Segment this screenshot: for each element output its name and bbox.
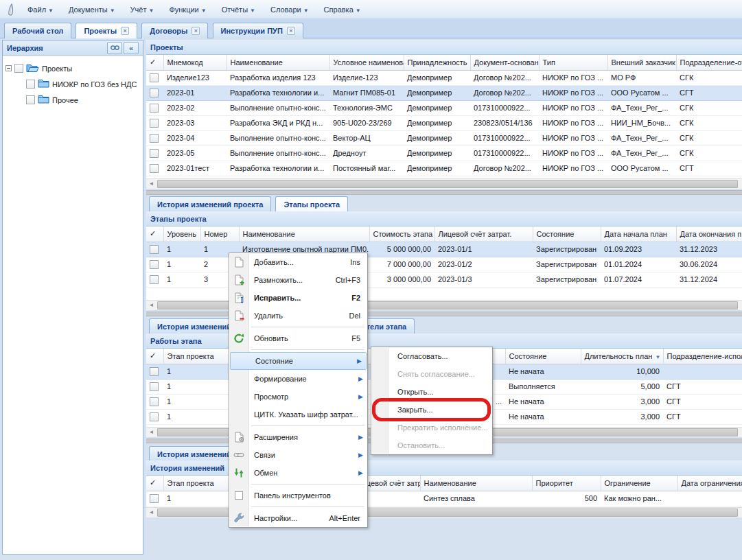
column-header[interactable]: Состояние <box>505 349 581 364</box>
tab-project-history[interactable]: История изменений проекта <box>149 196 271 211</box>
row-checkbox[interactable] <box>150 275 159 284</box>
column-header[interactable]: Подразделение-исполн <box>663 349 742 364</box>
tree-item-niokr[interactable]: НИОКР по ГОЗ без НДС <box>26 76 140 92</box>
column-header[interactable]: Мнемокод <box>163 55 227 70</box>
row-checkbox[interactable] <box>150 260 159 269</box>
collapse-panel-icon[interactable]: « <box>124 42 139 54</box>
splitter[interactable] <box>146 190 742 195</box>
menu-file[interactable]: Файл▼ <box>21 3 60 16</box>
row-checkbox[interactable] <box>150 104 159 113</box>
select-all-header[interactable]: ✓ <box>146 476 163 491</box>
row-checkbox[interactable] <box>150 367 159 376</box>
menu-item[interactable]: Просмотр▶ <box>229 388 367 406</box>
menu-item[interactable]: ЦИТК. Указать шифр затрат... <box>229 406 367 423</box>
column-header[interactable]: Дата начала план <box>601 226 676 242</box>
row-checkbox[interactable] <box>150 382 159 391</box>
column-header[interactable]: Дата ограничения <box>677 476 742 491</box>
menu-item[interactable]: Состояние▶ <box>230 352 367 370</box>
column-header[interactable]: Стоимость этапа <box>369 226 434 242</box>
tree-checkbox[interactable] <box>14 64 23 73</box>
menu-functions[interactable]: Функции▼ <box>162 3 213 16</box>
column-header[interactable]: Этап проекта <box>163 349 233 364</box>
menu-item[interactable]: Закрыть... <box>371 401 492 419</box>
table-row[interactable]: 2023-01Разработка технологии и...Магнит … <box>146 85 742 100</box>
column-header[interactable]: Длительность план▼ <box>581 349 663 364</box>
row-checkbox[interactable] <box>150 245 159 254</box>
tab-instructions[interactable]: Инструкции ПУП× <box>213 23 303 38</box>
close-tab-icon[interactable]: × <box>287 27 295 35</box>
menu-documents[interactable]: Документы▼ <box>62 3 122 16</box>
row-checkbox[interactable] <box>150 149 159 158</box>
row-checkbox[interactable] <box>150 89 159 97</box>
row-checkbox[interactable] <box>150 164 159 173</box>
row-checkbox[interactable] <box>150 412 159 421</box>
column-header[interactable]: Наименование <box>227 55 329 70</box>
close-tab-icon[interactable]: × <box>121 27 129 35</box>
menu-item[interactable]: Исправить...F2 <box>229 289 367 307</box>
table-row[interactable]: 2023-05Выполнение опытно-конс...Дредноут… <box>146 145 742 161</box>
row-checkbox[interactable] <box>150 397 159 406</box>
tab-project-stages[interactable]: Этапы проекта <box>275 196 348 211</box>
menu-item[interactable]: УдалитьDel <box>229 307 367 325</box>
table-row[interactable]: Изделие123Разработка изделия 123Изделие-… <box>146 70 742 85</box>
close-tab-icon[interactable]: × <box>192 27 200 35</box>
menu-item[interactable]: Согласовать... <box>371 347 492 365</box>
tree-checkbox[interactable] <box>26 80 35 89</box>
menu-item[interactable]: Расширения▶ <box>229 428 367 446</box>
menu-item[interactable]: Связи▶ <box>229 446 367 464</box>
tab-desktop[interactable]: Рабочий стол <box>4 23 71 38</box>
column-header[interactable]: Ограничение <box>601 476 677 491</box>
column-header[interactable]: Подразделение-от <box>676 55 742 70</box>
menu-item[interactable]: Панель инструментов <box>229 487 367 504</box>
tab-projects[interactable]: Проекты× <box>76 23 137 38</box>
tree-item-projects[interactable]: Проекты <box>5 60 140 76</box>
menu-item[interactable]: Добавить...Ins <box>229 253 367 271</box>
row-checkbox[interactable] <box>150 119 159 128</box>
collapse-node-icon[interactable] <box>5 65 12 71</box>
column-header[interactable]: Дата окончания п <box>676 226 742 242</box>
tab-stage-history[interactable]: История изменений <box>149 318 240 334</box>
scrollbar-thumb[interactable] <box>157 180 738 188</box>
column-header[interactable]: Состояние <box>533 226 601 242</box>
table-row[interactable]: 2023-04Выполнение опытно-конс...Вектор-А… <box>146 130 742 145</box>
tab-contracts[interactable]: Договоры× <box>141 23 208 38</box>
menu-item[interactable]: ОбновитьF5 <box>229 329 367 347</box>
column-header[interactable]: Тип <box>539 55 607 70</box>
menu-accounting[interactable]: Учёт▼ <box>124 3 161 16</box>
column-header[interactable]: Наименование <box>239 226 369 242</box>
column-header[interactable]: Условное наименова <box>329 55 404 70</box>
column-header[interactable]: Наименование <box>420 476 532 491</box>
menu-dictionaries[interactable]: Словари▼ <box>264 3 316 16</box>
select-all-header[interactable]: ✓ <box>146 55 163 70</box>
table-row[interactable]: 2023-02Выполнение опытно-конс...Технолог… <box>146 100 742 115</box>
scroll-left-icon[interactable]: ◄ <box>146 508 156 517</box>
tree-item-other[interactable]: Прочее <box>26 92 140 108</box>
column-header[interactable]: Номер <box>200 226 239 242</box>
scroll-left-icon[interactable]: ◄ <box>146 301 156 310</box>
scroll-left-icon[interactable]: ◄ <box>146 179 156 189</box>
menu-item[interactable]: Размножить...Ctrl+F3 <box>229 271 367 289</box>
tree-checkbox[interactable] <box>26 95 35 104</box>
column-header[interactable]: Лицевой счёт затрат. <box>434 226 533 242</box>
column-header[interactable]: Принадлежность <box>404 55 470 70</box>
search-icon[interactable] <box>107 42 122 54</box>
column-header[interactable]: Документ-основан <box>470 55 539 70</box>
row-checkbox[interactable] <box>150 494 159 503</box>
table-row[interactable]: 2023-01тестРазработка технологии и...Пос… <box>146 161 742 176</box>
menu-help[interactable]: Справка▼ <box>317 3 368 16</box>
column-header[interactable]: Уровень <box>163 226 200 242</box>
menu-item[interactable]: Обмен▶ <box>229 464 367 482</box>
menu-item[interactable]: Формирование▶ <box>229 370 367 388</box>
tab-work-history[interactable]: История изменений <box>149 446 240 461</box>
select-all-header[interactable]: ✓ <box>146 226 163 242</box>
menu-item[interactable]: Открыть... <box>371 383 492 401</box>
menu-reports[interactable]: Отчёты▼ <box>215 3 262 16</box>
row-checkbox[interactable] <box>150 73 159 82</box>
column-header[interactable]: Приоритет <box>532 476 601 491</box>
menu-item[interactable]: Настройки...Alt+Enter <box>229 509 367 527</box>
column-header[interactable]: Этап проекта <box>163 476 233 491</box>
select-all-header[interactable]: ✓ <box>146 349 163 364</box>
scroll-left-icon[interactable]: ◄ <box>146 428 156 437</box>
row-checkbox[interactable] <box>150 134 159 143</box>
projects-hscrollbar[interactable]: ◄ <box>146 178 742 189</box>
